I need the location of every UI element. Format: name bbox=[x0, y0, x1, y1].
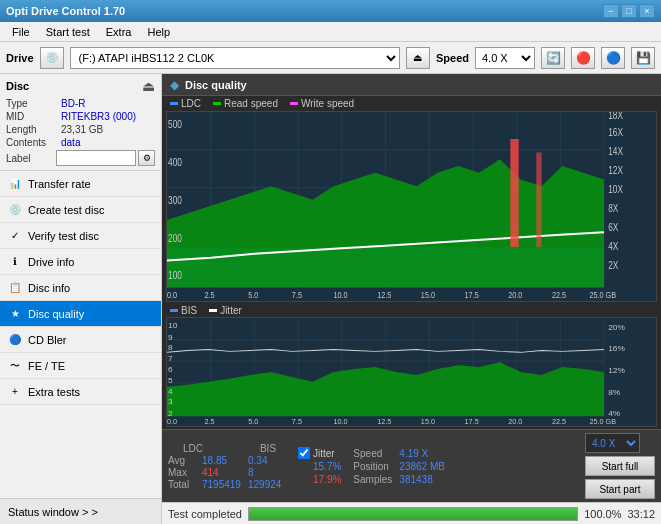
svg-text:2X: 2X bbox=[608, 259, 619, 271]
fe-te-icon: 〜 bbox=[8, 359, 22, 373]
settings-btn1[interactable]: 🔴 bbox=[571, 47, 595, 69]
svg-text:10: 10 bbox=[168, 321, 178, 330]
jitter-label: Jitter bbox=[220, 305, 242, 316]
svg-text:17.5: 17.5 bbox=[465, 418, 479, 426]
max-ldc: 414 bbox=[202, 467, 242, 478]
start-part-btn[interactable]: Start part bbox=[585, 479, 655, 499]
progress-bar-outer bbox=[248, 507, 578, 521]
speed-row: Speed 4.19 X bbox=[353, 448, 445, 459]
disc-label-label: Label bbox=[6, 153, 56, 164]
speed-select-chart[interactable]: 4.0 X bbox=[585, 433, 640, 453]
menu-help[interactable]: Help bbox=[139, 24, 178, 40]
svg-text:12.5: 12.5 bbox=[377, 289, 391, 300]
svg-text:14X: 14X bbox=[608, 145, 623, 157]
drive-bar: Drive 💿 (F:) ATAPI iHBS112 2 CL0K ⏏ Spee… bbox=[0, 42, 661, 74]
transfer-rate-icon: 📊 bbox=[8, 177, 22, 191]
nav-disc-info[interactable]: 📋 Disc info bbox=[0, 275, 161, 301]
bottom-chart: 20% 16% 12% 8% 4% 10 9 8 7 6 5 4 3 2 0.0… bbox=[166, 317, 657, 427]
status-window-btn[interactable]: Status window > > bbox=[0, 498, 161, 524]
disc-label-input[interactable] bbox=[56, 150, 136, 166]
svg-text:7: 7 bbox=[168, 354, 173, 363]
disc-type-label: Type bbox=[6, 98, 61, 109]
jitter-checkbox-row: Jitter bbox=[298, 447, 341, 459]
disc-contents-value: data bbox=[61, 137, 80, 148]
svg-text:0.0: 0.0 bbox=[167, 418, 177, 426]
nav-disc-quality-label: Disc quality bbox=[28, 308, 84, 320]
top-chart-legend: LDC Read speed Write speed bbox=[162, 96, 661, 111]
speed-stat-label: Speed bbox=[353, 448, 395, 459]
nav-create-test-disc-label: Create test disc bbox=[28, 204, 104, 216]
svg-text:8: 8 bbox=[168, 344, 173, 353]
save-btn[interactable]: 💾 bbox=[631, 47, 655, 69]
svg-text:25.0 GB: 25.0 GB bbox=[589, 418, 616, 426]
drive-icon-btn[interactable]: 💿 bbox=[40, 47, 64, 69]
svg-text:22.5: 22.5 bbox=[552, 289, 566, 300]
svg-text:22.5: 22.5 bbox=[552, 418, 566, 426]
ldc-label: LDC bbox=[181, 98, 201, 109]
drive-select[interactable]: (F:) ATAPI iHBS112 2 CL0K bbox=[70, 47, 400, 69]
legend-ldc: LDC bbox=[170, 98, 201, 109]
nav-disc-info-label: Disc info bbox=[28, 282, 70, 294]
svg-text:400: 400 bbox=[168, 156, 182, 168]
jitter-checkbox[interactable] bbox=[298, 447, 310, 459]
app-title: Opti Drive Control 1.70 bbox=[6, 5, 125, 17]
maximize-button[interactable]: □ bbox=[621, 4, 637, 18]
title-bar: Opti Drive Control 1.70 − □ × bbox=[0, 0, 661, 22]
nav-extra-tests[interactable]: + Extra tests bbox=[0, 379, 161, 405]
close-button[interactable]: × bbox=[639, 4, 655, 18]
speed-label: Speed bbox=[436, 52, 469, 64]
jitter-dot bbox=[209, 309, 217, 312]
nav-cd-bler[interactable]: 🔵 CD Bler bbox=[0, 327, 161, 353]
menu-extra[interactable]: Extra bbox=[98, 24, 140, 40]
svg-text:6X: 6X bbox=[608, 221, 619, 233]
svg-text:25.0 GB: 25.0 GB bbox=[589, 289, 616, 300]
nav-transfer-rate-label: Transfer rate bbox=[28, 178, 91, 190]
bis-label: BIS bbox=[181, 305, 197, 316]
nav-drive-info[interactable]: ℹ Drive info bbox=[0, 249, 161, 275]
extra-tests-icon: + bbox=[8, 385, 22, 399]
settings-btn2[interactable]: 🔵 bbox=[601, 47, 625, 69]
max-label: Max bbox=[168, 467, 196, 478]
speed-select[interactable]: 4.0 X bbox=[475, 47, 535, 69]
start-full-btn[interactable]: Start full bbox=[585, 456, 655, 476]
svg-text:4%: 4% bbox=[608, 409, 620, 418]
position-label: Position bbox=[353, 461, 395, 472]
nav-disc-quality[interactable]: ★ Disc quality bbox=[0, 301, 161, 327]
disc-type-row: Type BD-R bbox=[6, 98, 155, 109]
top-chart-svg: 18X 16X 14X 12X 10X 8X 6X 4X 2X 500 400 … bbox=[167, 112, 656, 301]
disc-mid-value: RITEKBR3 (000) bbox=[61, 111, 136, 122]
disc-label-btn[interactable]: ⚙ bbox=[138, 150, 155, 166]
refresh-btn[interactable]: 🔄 bbox=[541, 47, 565, 69]
ldc-header: LDC bbox=[168, 443, 218, 454]
nav-verify-test-disc[interactable]: ✓ Verify test disc bbox=[0, 223, 161, 249]
svg-text:500: 500 bbox=[168, 118, 182, 130]
jitter-section: Jitter 15.7% 17.9% bbox=[298, 447, 341, 485]
bis-header: BIS bbox=[248, 443, 288, 454]
svg-text:3: 3 bbox=[168, 398, 173, 407]
svg-rect-41 bbox=[510, 139, 518, 247]
main-layout: Disc ⏏ Type BD-R MID RITEKBR3 (000) Leng… bbox=[0, 74, 661, 524]
svg-text:5.0: 5.0 bbox=[248, 418, 258, 426]
stats-ldc-bis: LDC BIS Avg 18.85 0.34 Max 414 8 Total 7… bbox=[168, 443, 288, 490]
verify-test-disc-icon: ✓ bbox=[8, 229, 22, 243]
progress-time: 33:12 bbox=[627, 508, 655, 520]
disc-eject-icon[interactable]: ⏏ bbox=[142, 78, 155, 94]
action-section: 4.0 X Start full Start part bbox=[585, 433, 655, 499]
disc-contents-row: Contents data bbox=[6, 137, 155, 148]
nav-transfer-rate[interactable]: 📊 Transfer rate bbox=[0, 171, 161, 197]
svg-text:20.0: 20.0 bbox=[508, 418, 522, 426]
samples-row: Samples 381438 bbox=[353, 474, 445, 485]
svg-text:12X: 12X bbox=[608, 164, 623, 176]
disc-header: Disc ⏏ bbox=[6, 78, 155, 94]
eject-btn[interactable]: ⏏ bbox=[406, 47, 430, 69]
minimize-button[interactable]: − bbox=[603, 4, 619, 18]
svg-text:7.5: 7.5 bbox=[292, 418, 302, 426]
svg-text:0.0: 0.0 bbox=[167, 289, 177, 300]
menu-start-test[interactable]: Start test bbox=[38, 24, 98, 40]
svg-text:5.0: 5.0 bbox=[248, 289, 258, 300]
svg-text:10.0: 10.0 bbox=[333, 289, 347, 300]
disc-info-icon: 📋 bbox=[8, 281, 22, 295]
menu-file[interactable]: File bbox=[4, 24, 38, 40]
nav-create-test-disc[interactable]: 💿 Create test disc bbox=[0, 197, 161, 223]
nav-fe-te[interactable]: 〜 FE / TE bbox=[0, 353, 161, 379]
